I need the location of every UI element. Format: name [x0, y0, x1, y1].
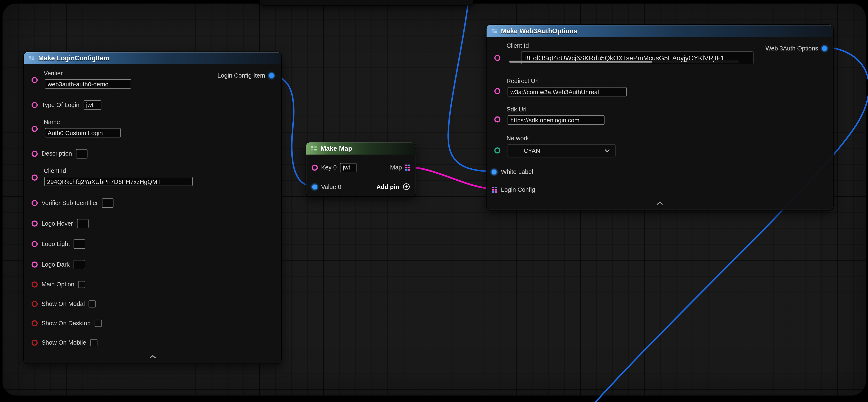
collapse-toggle[interactable]	[487, 201, 833, 206]
pin-value0[interactable]	[312, 184, 318, 190]
logo-dark-input[interactable]	[73, 260, 85, 269]
pin-show-on-modal[interactable]	[32, 301, 38, 307]
client-id-scrollbar-thumb[interactable]	[509, 61, 652, 63]
key0-input[interactable]	[340, 163, 356, 172]
pin-label-description: Description	[41, 150, 72, 157]
pin-row-login-config: Login Config	[492, 184, 535, 195]
sdk-url-input[interactable]	[507, 115, 604, 125]
pin-show-on-mobile[interactable]	[32, 339, 38, 345]
pin-redirect-url[interactable]	[494, 88, 500, 94]
pin-row-description: Description	[32, 148, 87, 158]
show-on-modal-checkbox[interactable]	[89, 300, 96, 307]
pin-output-web3auth-options[interactable]	[822, 45, 828, 51]
redirect-url-input[interactable]	[507, 87, 627, 96]
pin-type-of-login[interactable]	[32, 102, 38, 108]
offscreen-node-partial[interactable]	[259, 0, 474, 5]
pin-sdk-url[interactable]	[494, 116, 500, 122]
client-id-input[interactable]	[44, 177, 193, 186]
pin-label-network: Network	[506, 135, 616, 142]
pin-row-name: Name	[32, 119, 121, 138]
pin-label-map-output: Map	[390, 164, 402, 171]
pin-label-logo-hover: Logo Hover	[41, 220, 73, 227]
pin-output-login-config-item[interactable]	[269, 72, 275, 79]
verifier-sub-identifier-input[interactable]	[102, 198, 114, 207]
pin-network[interactable]	[494, 147, 500, 153]
pin-row-show-on-mobile: Show On Mobile	[32, 338, 97, 347]
pin-key0[interactable]	[312, 164, 318, 170]
node-title: Make Map	[320, 145, 352, 152]
pin-main-option[interactable]	[32, 281, 38, 287]
main-option-checkbox[interactable]	[78, 281, 85, 288]
pin-logo-dark[interactable]	[32, 261, 38, 267]
pin-row-sdk-url: Sdk Url	[494, 106, 604, 125]
map-grid-icon-output[interactable]	[405, 164, 410, 170]
pin-row-white-label: White Label	[491, 167, 533, 177]
node-make-loginconfigitem[interactable]: Make LoginConfigItem Login Config Item V…	[23, 52, 282, 364]
name-input[interactable]	[45, 128, 121, 138]
network-dropdown[interactable]: CYAN	[507, 144, 616, 157]
pin-logo-light[interactable]	[32, 241, 38, 247]
chevron-up-icon	[656, 201, 664, 206]
pin-row-value0-addpin: Value 0 Add pin	[312, 181, 410, 192]
verifier-input[interactable]	[45, 79, 131, 89]
pin-label-login-config-item: Login Config Item	[217, 72, 265, 79]
chevron-down-icon	[604, 149, 610, 152]
show-on-desktop-checkbox[interactable]	[95, 319, 102, 326]
client-id-scrollbar-track[interactable]	[509, 60, 739, 63]
pin-label-web3auth-options: Web 3Auth Options	[766, 45, 818, 52]
pin-verifier-sub-identifier[interactable]	[32, 200, 38, 206]
pin-label-name: Name	[44, 119, 121, 126]
pin-label-key0: Key 0	[321, 164, 337, 171]
node-title: Make LoginConfigItem	[38, 54, 110, 62]
collapse-toggle[interactable]	[24, 355, 281, 359]
add-pin-button[interactable]: Add pin	[376, 183, 410, 191]
pin-label-verifier-sub-identifier: Verifier Sub Identifier	[41, 199, 98, 206]
pin-row-key0-map: Key 0 Map	[312, 162, 410, 173]
node-title: Make Web3AuthOptions	[501, 27, 577, 35]
pin-verifier[interactable]	[32, 77, 38, 83]
pin-label-logo-dark: Logo Dark	[41, 261, 70, 268]
show-on-mobile-checkbox[interactable]	[90, 339, 97, 346]
pin-label-show-on-mobile: Show On Mobile	[41, 339, 86, 346]
pin-label-redirect-url: Redirect Url	[506, 78, 627, 85]
make-map-icon	[310, 145, 317, 152]
type-of-login-input[interactable]	[84, 100, 101, 110]
make-struct-icon	[28, 55, 35, 62]
pin-row-show-on-modal: Show On Modal	[32, 298, 96, 309]
pin-row-client-id: Client Id	[32, 167, 193, 186]
logo-hover-input[interactable]	[77, 219, 88, 228]
node-make-map[interactable]: Make Map Key 0 Map Value 0	[306, 142, 416, 197]
pin-logo-hover[interactable]	[32, 220, 38, 226]
pin-row-type-of-login: Type Of Login	[32, 100, 101, 110]
pin-label-verifier: Verifier	[44, 70, 131, 77]
pin-client-id[interactable]	[32, 174, 38, 181]
node-header-make-loginconfigitem[interactable]: Make LoginConfigItem	[24, 52, 281, 64]
chevron-up-icon	[149, 355, 156, 359]
pin-label-login-config: Login Config	[501, 186, 535, 193]
node-header-make-map[interactable]: Make Map	[306, 142, 416, 154]
pin-row-output: Login Config Item	[217, 70, 275, 80]
map-grid-icon-login-config[interactable]	[492, 186, 497, 193]
add-pin-label: Add pin	[376, 183, 399, 190]
description-input[interactable]	[76, 149, 87, 158]
make-struct-icon	[491, 28, 498, 34]
pin-client-id[interactable]	[494, 55, 500, 61]
pin-row-main-option: Main Option	[32, 279, 85, 289]
pin-row-logo-hover: Logo Hover	[32, 218, 88, 228]
logo-light-input[interactable]	[74, 239, 86, 249]
node-header-make-web3authoptions[interactable]: Make Web3AuthOptions	[487, 25, 833, 37]
node-make-web3authoptions[interactable]: Make Web3AuthOptions Web 3Auth Options C…	[486, 24, 834, 210]
pin-description[interactable]	[32, 150, 38, 156]
pin-label-show-on-modal: Show On Modal	[41, 300, 85, 307]
pin-label-type-of-login: Type Of Login	[41, 101, 80, 108]
pin-show-on-desktop[interactable]	[32, 320, 38, 326]
pin-label-value0: Value 0	[321, 183, 341, 190]
pin-row-logo-dark: Logo Dark	[32, 259, 85, 269]
pin-row-client-id: Client Id	[494, 42, 740, 64]
pin-label-main-option: Main Option	[41, 281, 74, 288]
pin-name[interactable]	[32, 126, 38, 132]
pin-row-verifier: Verifier	[32, 70, 131, 89]
pin-label-logo-light: Logo Light	[41, 240, 70, 247]
add-pin-plus-icon	[402, 183, 410, 191]
pin-white-label[interactable]	[491, 169, 497, 175]
